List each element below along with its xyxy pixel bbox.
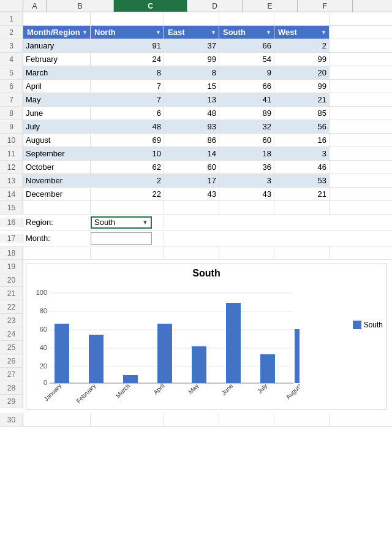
cell-d10[interactable]: 86 (164, 134, 219, 147)
cell-e1[interactable] (219, 12, 274, 25)
cell-b10[interactable]: August (23, 134, 91, 147)
cell-f3[interactable]: 2 (274, 39, 330, 52)
cell-d1[interactable] (164, 12, 219, 25)
cell-e9[interactable]: 32 (219, 120, 274, 133)
cell-f10[interactable]: 16 (274, 134, 330, 147)
cell-f7[interactable]: 21 (274, 93, 330, 106)
cell-b18[interactable] (23, 246, 91, 259)
row-num-27: 27 (0, 368, 23, 381)
cell-f5[interactable]: 20 (274, 66, 330, 79)
cell-b3[interactable]: January (23, 39, 91, 52)
west-label: West (278, 28, 297, 37)
cell-c15[interactable] (91, 201, 164, 214)
cell-c11[interactable]: 10 (91, 147, 164, 160)
cell-f6[interactable]: 99 (274, 80, 330, 93)
cell-c3[interactable]: 91 (91, 39, 164, 52)
cell-b9[interactable]: July (23, 120, 91, 133)
cell-d5[interactable]: 8 (164, 66, 219, 79)
cell-e13[interactable]: 3 (219, 174, 274, 187)
cell-d7[interactable]: 13 (164, 93, 219, 106)
cell-c14[interactable]: 22 (91, 188, 164, 200)
west-dropdown[interactable]: ▼ (321, 29, 326, 36)
cell-c30[interactable] (91, 413, 164, 426)
cell-e11[interactable]: 18 (219, 147, 274, 160)
cell-e15[interactable] (219, 201, 274, 214)
cell-b8[interactable]: June (23, 107, 91, 120)
cell-b4[interactable]: February (23, 53, 91, 66)
cell-e7[interactable]: 41 (219, 93, 274, 106)
cell-f11[interactable]: 3 (274, 147, 330, 160)
cell-e10[interactable]: 60 (219, 134, 274, 147)
cell-f2-west[interactable]: West ▼ (274, 26, 330, 39)
cell-b6[interactable]: April (23, 80, 91, 93)
cell-b12[interactable]: October (23, 161, 91, 173)
cell-f8[interactable]: 85 (274, 107, 330, 120)
cell-f30[interactable] (274, 413, 330, 426)
east-dropdown[interactable]: ▼ (211, 29, 216, 36)
cell-c16-region-input[interactable]: South ▼ (91, 216, 164, 229)
cell-b1[interactable] (23, 12, 91, 25)
cell-d12[interactable]: 60 (164, 161, 219, 173)
cell-f18[interactable] (274, 246, 330, 259)
cell-d3[interactable]: 37 (164, 39, 219, 52)
cell-b30[interactable] (23, 413, 91, 426)
cell-d15[interactable] (164, 201, 219, 214)
cell-d14[interactable]: 43 (164, 188, 219, 200)
cell-d6[interactable]: 15 (164, 80, 219, 93)
cell-c6[interactable]: 7 (91, 80, 164, 93)
cell-d8[interactable]: 48 (164, 107, 219, 120)
cell-e18[interactable] (219, 246, 274, 259)
cell-f14[interactable]: 21 (274, 188, 330, 200)
cell-f1[interactable] (274, 12, 330, 25)
cell-c13[interactable]: 2 (91, 174, 164, 187)
south-dropdown[interactable]: ▼ (266, 29, 271, 36)
table-row-8: 8 June 6 48 89 85 (0, 107, 392, 120)
month-region-dropdown[interactable]: ▼ (82, 29, 88, 36)
cell-f9[interactable]: 56 (274, 120, 330, 133)
cell-e5[interactable]: 9 (219, 66, 274, 79)
cell-e4[interactable]: 54 (219, 53, 274, 66)
cell-e3[interactable]: 66 (219, 39, 274, 52)
cell-e2-south[interactable]: South ▼ (219, 26, 274, 39)
cell-b7[interactable]: May (23, 93, 91, 106)
cell-e12[interactable]: 36 (219, 161, 274, 173)
cell-d30[interactable] (164, 413, 219, 426)
cell-e8[interactable]: 89 (219, 107, 274, 120)
cell-c4[interactable]: 24 (91, 53, 164, 66)
region-dropdown-arrow[interactable]: ▼ (142, 219, 148, 226)
cell-c8[interactable]: 6 (91, 107, 164, 120)
cell-b5[interactable]: March (23, 66, 91, 79)
cell-d9[interactable]: 93 (164, 120, 219, 133)
cell-d2-east[interactable]: East ▼ (164, 26, 219, 39)
cell-b15[interactable] (23, 201, 91, 214)
cell-b14[interactable]: December (23, 188, 91, 200)
cell-d13[interactable]: 17 (164, 174, 219, 187)
col-header-f: F (298, 0, 353, 12)
cell-e30[interactable] (219, 413, 274, 426)
cell-c10[interactable]: 69 (91, 134, 164, 147)
cell-d18[interactable] (164, 246, 219, 259)
cell-c17-month-input[interactable] (91, 232, 164, 245)
cell-c5[interactable]: 8 (91, 66, 164, 79)
cell-f15[interactable] (274, 201, 330, 214)
cell-f4[interactable]: 99 (274, 53, 330, 66)
cell-c9[interactable]: 48 (91, 120, 164, 133)
cell-e6[interactable]: 66 (219, 80, 274, 93)
cell-b11[interactable]: September (23, 147, 91, 160)
cell-c2-north[interactable]: North ▼ (91, 26, 164, 39)
cell-b2-month-region[interactable]: Month/Region ▼ (23, 26, 91, 39)
cell-e14[interactable]: 43 (219, 188, 274, 200)
north-dropdown[interactable]: ▼ (156, 29, 161, 36)
cell-c1[interactable] (91, 12, 164, 25)
cell-b13[interactable]: November (23, 174, 91, 187)
cell-c12[interactable]: 62 (91, 161, 164, 173)
region-dropdown[interactable]: South ▼ (91, 216, 152, 229)
cell-c18[interactable] (91, 246, 164, 259)
cell-c7[interactable]: 7 (91, 93, 164, 106)
cell-d11[interactable]: 14 (164, 147, 219, 160)
cell-f13[interactable]: 53 (274, 174, 330, 187)
cell-d4[interactable]: 99 (164, 53, 219, 66)
south-label: South (223, 28, 246, 37)
cell-f12[interactable]: 46 (274, 161, 330, 173)
month-input[interactable] (91, 232, 152, 245)
